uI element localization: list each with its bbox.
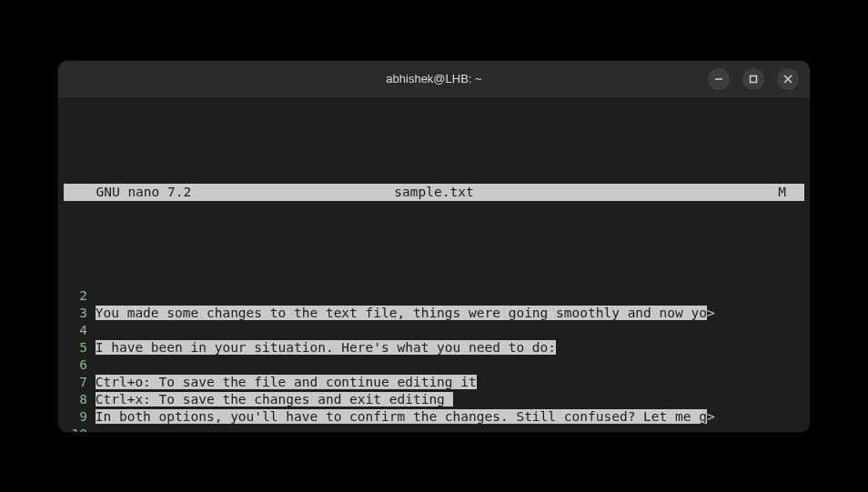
editor-line[interactable]: [87, 287, 804, 305]
editor-line[interactable]: You made some changes to the text file, …: [87, 305, 804, 322]
line-number: 10: [64, 426, 87, 432]
selected-text: Ctrl+x: To save the changes and exit edi…: [96, 392, 453, 407]
svg-rect-0: [751, 75, 757, 82]
maximize-button[interactable]: [742, 68, 764, 90]
line-number: 3: [64, 305, 87, 322]
editor-line[interactable]: Ctrl+o: To save the file and continue ed…: [87, 374, 804, 391]
line-number: 5: [64, 339, 87, 356]
editor-area[interactable]: You made some changes to the text file, …: [87, 287, 804, 432]
editor-line[interactable]: [87, 322, 804, 339]
line-overflow-indicator: >: [707, 306, 715, 320]
line-number-gutter: 23456789101112131415: [64, 287, 87, 432]
new-tab-button[interactable]: [639, 68, 661, 90]
line-number: 8: [64, 391, 87, 408]
minimize-icon: [713, 74, 724, 85]
titlebar: abhishek@LHB: ~: [58, 61, 810, 97]
selected-text: I have been in your situation. Here's wh…: [96, 340, 556, 355]
nano-header: GNU nano 7.2 sample.txt M: [64, 149, 804, 236]
line-number: 9: [64, 408, 87, 426]
editor-line[interactable]: I have been in your situation. Here's wh…: [87, 339, 804, 356]
line-number: 2: [64, 287, 87, 305]
hamburger-icon: [673, 68, 695, 90]
minimize-button[interactable]: [708, 68, 730, 90]
titlebar-controls: [639, 68, 810, 90]
menu-button[interactable]: [673, 68, 695, 90]
editor-line[interactable]: Ctrl+x: To save the changes and exit edi…: [87, 391, 804, 408]
close-button[interactable]: [777, 68, 799, 90]
line-overflow-indicator: >: [707, 409, 715, 424]
editor-line[interactable]: In both options, you'll have to confirm …: [87, 408, 804, 426]
maximize-icon: [748, 74, 759, 85]
terminal-body[interactable]: GNU nano 7.2 sample.txt M 23456789101112…: [58, 97, 810, 432]
editor-line[interactable]: [87, 356, 804, 374]
selected-text: In both options, you'll have to confirm …: [96, 409, 707, 424]
nano-modified-flag: M: [778, 184, 804, 201]
selected-text: You made some changes to the text file, …: [96, 306, 707, 320]
editor-line[interactable]: [87, 426, 804, 432]
line-number: 7: [64, 374, 87, 391]
selected-text: Ctrl+o: To save the file and continue ed…: [96, 375, 477, 389]
terminal-window: abhishek@LHB: ~ GNU nano 7.2 sample.t: [58, 61, 810, 432]
line-number: 6: [64, 356, 87, 374]
nano-app-label: GNU nano 7.2: [64, 184, 191, 201]
close-icon: [782, 74, 793, 85]
plus-icon: [639, 68, 661, 90]
line-number: 4: [64, 322, 87, 339]
